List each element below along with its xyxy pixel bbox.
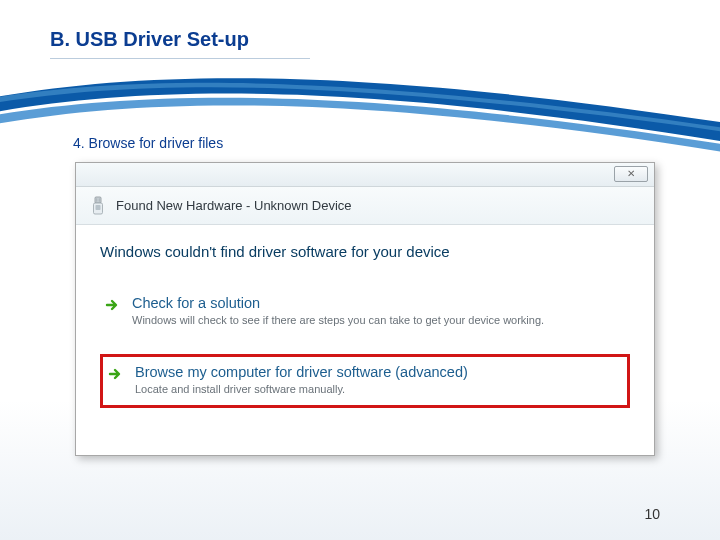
option-check-solution[interactable]: Check for a solution Windows will check … (100, 288, 630, 338)
arrow-right-icon (107, 365, 125, 383)
hardware-wizard-dialog: ✕ Found New Hardware - Unknown Device Wi… (75, 162, 655, 456)
svg-rect-0 (95, 197, 101, 203)
svg-rect-2 (99, 198, 100, 202)
close-button[interactable]: ✕ (614, 166, 648, 182)
step-instruction: 4. Browse for driver files (73, 135, 223, 151)
page-title: B. USB Driver Set-up (50, 28, 249, 51)
svg-rect-4 (96, 205, 101, 210)
option-title: Check for a solution (132, 294, 544, 312)
dialog-body: Windows couldn't find driver software fo… (76, 225, 654, 408)
title-underline (50, 58, 310, 59)
dialog-main-message: Windows couldn't find driver software fo… (100, 243, 630, 260)
dialog-header-text: Found New Hardware - Unknown Device (116, 198, 352, 213)
dialog-header: Found New Hardware - Unknown Device (76, 187, 654, 225)
option-browse-computer[interactable]: Browse my computer for driver software (… (100, 354, 630, 408)
page-number: 10 (644, 506, 660, 522)
option-subtitle: Windows will check to see if there are s… (132, 313, 544, 328)
svg-rect-1 (96, 198, 97, 202)
option-title: Browse my computer for driver software (… (135, 363, 468, 381)
close-icon: ✕ (627, 168, 635, 179)
arrow-right-icon (104, 296, 122, 314)
option-subtitle: Locate and install driver software manua… (135, 382, 468, 397)
hardware-icon (90, 195, 106, 217)
dialog-titlebar: ✕ (76, 163, 654, 187)
